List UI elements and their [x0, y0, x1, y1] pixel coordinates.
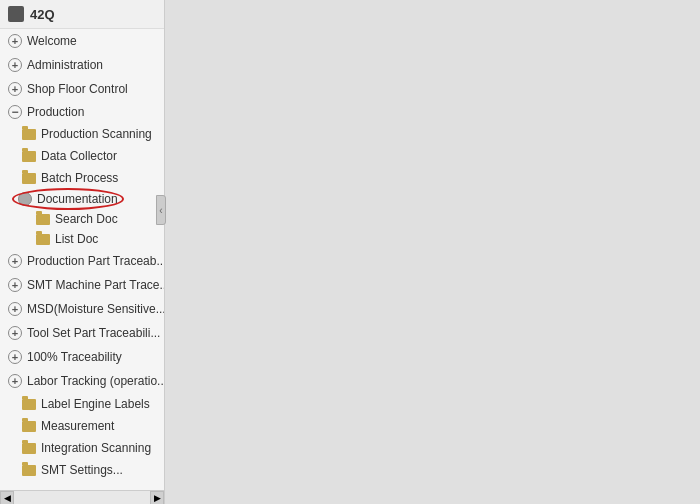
sidebar-item-tool-set[interactable]: + Tool Set Part Traceabili... — [0, 321, 164, 345]
plus-icon-welcome: + — [8, 34, 22, 48]
plus-icon-administration: + — [8, 58, 22, 72]
sidebar-item-production[interactable]: Production — [0, 101, 164, 123]
sidebar-item-integration-scanning[interactable]: Integration Scanning — [0, 437, 164, 459]
sidebar-item-prod-part-trace[interactable]: + Production Part Traceab... — [0, 249, 164, 273]
sidebar-item-production-scanning[interactable]: Production Scanning — [0, 123, 164, 145]
plus-icon-trace: + — [8, 350, 22, 364]
sidebar-item-measurement-label: Measurement — [41, 419, 114, 433]
scroll-left-btn[interactable]: ◀ — [0, 491, 14, 505]
sidebar-item-administration-label: Administration — [27, 58, 103, 72]
folder-icon-measurement — [22, 421, 36, 432]
sidebar-item-documentation-label: Documentation — [37, 192, 118, 206]
scroll-track — [14, 491, 150, 505]
sidebar-item-search-doc[interactable]: Search Doc — [0, 209, 164, 229]
sidebar-item-data-collector[interactable]: Data Collector — [0, 145, 164, 167]
sidebar-item-shop-floor-label: Shop Floor Control — [27, 82, 128, 96]
sidebar-item-label-engine[interactable]: Label Engine Labels — [0, 393, 164, 415]
sidebar-item-tool-set-label: Tool Set Part Traceabili... — [27, 326, 160, 340]
sidebar-item-traceability-label: 100% Traceability — [27, 350, 122, 364]
sidebar-nav: + Welcome + Administration + Shop Floor … — [0, 29, 164, 490]
sidebar-item-documentation[interactable]: Documentation — [0, 189, 164, 209]
folder-icon-list-doc — [36, 234, 50, 245]
folder-icon-prod-scanning — [22, 129, 36, 140]
sidebar-item-welcome-label: Welcome — [27, 34, 77, 48]
sidebar-item-smt-settings[interactable]: SMT Settings... — [0, 459, 164, 481]
sidebar: 42Q + Welcome + Administration + Shop Fl… — [0, 0, 165, 504]
app-title-bar[interactable]: 42Q — [0, 0, 164, 29]
sidebar-item-label-engine-label: Label Engine Labels — [41, 397, 150, 411]
plus-icon-prod-trace: + — [8, 254, 22, 268]
sidebar-item-production-label: Production — [27, 105, 84, 119]
folder-icon-batch-process — [22, 173, 36, 184]
sidebar-item-labor-label: Labor Tracking (operatio... — [27, 374, 164, 388]
plus-icon-msd: + — [8, 302, 22, 316]
plus-icon-tool-set: + — [8, 326, 22, 340]
app-title-label: 42Q — [30, 7, 55, 22]
sidebar-collapse-handle[interactable]: ‹ — [156, 195, 166, 225]
sidebar-item-batch-process[interactable]: Batch Process — [0, 167, 164, 189]
sidebar-item-list-doc-label: List Doc — [55, 232, 98, 246]
plus-icon-shop-floor: + — [8, 82, 22, 96]
app-logo-icon — [8, 6, 24, 22]
minus-icon-production — [8, 105, 22, 119]
sidebar-item-smt-machine[interactable]: + SMT Machine Part Trace... — [0, 273, 164, 297]
sidebar-item-msd[interactable]: + MSD(Moisture Sensitive... — [0, 297, 164, 321]
folder-icon-integration — [22, 443, 36, 454]
sidebar-item-traceability[interactable]: + 100% Traceability — [0, 345, 164, 369]
folder-icon-search-doc — [36, 214, 50, 225]
sidebar-item-integration-label: Integration Scanning — [41, 441, 151, 455]
sidebar-item-shop-floor-control[interactable]: + Shop Floor Control — [0, 77, 164, 101]
sidebar-item-search-doc-label: Search Doc — [55, 212, 118, 226]
sidebar-item-welcome[interactable]: + Welcome — [0, 29, 164, 53]
plus-icon-smt: + — [8, 278, 22, 292]
sidebar-item-smt-label: SMT Machine Part Trace... — [27, 278, 164, 292]
sidebar-panel: 42Q + Welcome + Administration + Shop Fl… — [0, 0, 165, 504]
folder-icon-smt-settings — [22, 465, 36, 476]
circle-icon-documentation — [18, 192, 32, 206]
sidebar-item-smt-settings-label: SMT Settings... — [41, 463, 123, 477]
sidebar-item-labor-tracking[interactable]: + Labor Tracking (operatio... — [0, 369, 164, 393]
sidebar-bottom-scrollbar[interactable]: ◀ ▶ — [0, 490, 164, 504]
sidebar-item-list-doc[interactable]: List Doc — [0, 229, 164, 249]
sidebar-item-batch-process-label: Batch Process — [41, 171, 118, 185]
folder-icon-label-engine — [22, 399, 36, 410]
sidebar-item-data-collector-label: Data Collector — [41, 149, 117, 163]
scroll-right-btn[interactable]: ▶ — [150, 491, 164, 505]
sidebar-item-msd-label: MSD(Moisture Sensitive... — [27, 302, 164, 316]
folder-icon-data-collector — [22, 151, 36, 162]
main-content-area — [165, 0, 700, 504]
sidebar-item-administration[interactable]: + Administration — [0, 53, 164, 77]
plus-icon-labor: + — [8, 374, 22, 388]
sidebar-item-prod-trace-label: Production Part Traceab... — [27, 254, 164, 268]
sidebar-item-prod-scanning-label: Production Scanning — [41, 127, 152, 141]
sidebar-item-measurement[interactable]: Measurement — [0, 415, 164, 437]
